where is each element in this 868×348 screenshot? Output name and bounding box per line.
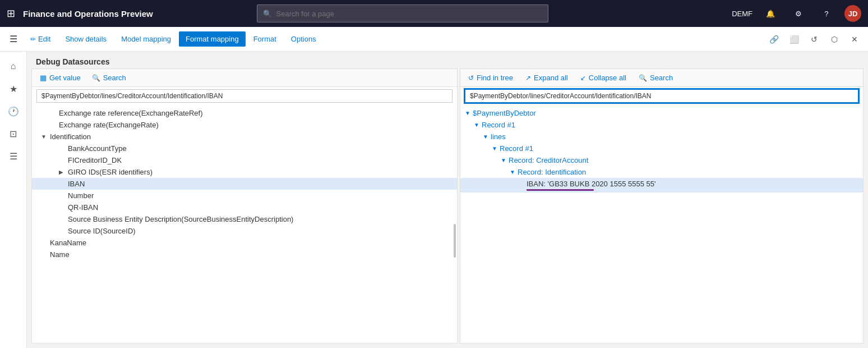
- main-layout: ⌂ ★ 🕐 ⊡ ☰ Debug Datasources ▦ Get value …: [0, 52, 868, 348]
- right-path-display: $PaymentByDebtor/lines/CreditorAccount/I…: [465, 89, 858, 103]
- tree-item-ficreditorid[interactable]: FICreditorID_DK: [32, 154, 457, 166]
- arrow-down-icon: ▼: [510, 169, 518, 175]
- search-icon: 🔍: [263, 10, 272, 18]
- global-search-bar[interactable]: 🔍: [257, 4, 548, 22]
- rtree-item-iban-value[interactable]: IBAN: 'GB33 BUKB 2020 1555 5555 55': [460, 178, 863, 193]
- grid-icon[interactable]: ⊞: [7, 7, 15, 20]
- tree-item-name[interactable]: Name: [32, 249, 457, 260]
- refresh-icon[interactable]: ↺: [805, 30, 823, 48]
- tree-item-source-business[interactable]: Source Business Entity Description(Sourc…: [32, 213, 457, 225]
- panels-container: ▦ Get value 🔍 Search $PaymentByDebtor/li…: [27, 68, 868, 348]
- tree-item-source-id[interactable]: Source ID(SourceID): [32, 225, 457, 237]
- avatar-initials: JD: [848, 10, 858, 18]
- close-icon[interactable]: ✕: [846, 30, 864, 48]
- rtree-item-lines[interactable]: ▼ lines: [460, 131, 863, 143]
- notification-icon[interactable]: 🔔: [760, 3, 781, 24]
- collapse-all-button[interactable]: ↙ Collapse all: [578, 72, 629, 83]
- right-panel-toolbar: ↺ Find in tree ↗ Expand all ↙ Collapse a…: [460, 69, 863, 87]
- avatar[interactable]: JD: [844, 5, 861, 22]
- tree-item-bankaccounttype[interactable]: BankAccountType: [32, 143, 457, 154]
- left-tree-panel[interactable]: Exchange rate reference(ExchangeRateRef)…: [32, 105, 457, 343]
- rtree-item-record1-level1[interactable]: ▼ Record #1: [460, 119, 863, 131]
- find-in-tree-button[interactable]: ↺ Find in tree: [466, 72, 515, 83]
- rtree-item-creditoraccount[interactable]: ▼ Record: CreditorAccount: [460, 154, 863, 166]
- iban-underline: [527, 189, 594, 191]
- edit-icon: ✏: [30, 35, 36, 43]
- format-mapping-button[interactable]: Format mapping: [179, 31, 246, 47]
- help-icon[interactable]: ?: [816, 3, 837, 24]
- get-value-icon: ▦: [40, 74, 47, 82]
- left-sidebar: ⌂ ★ 🕐 ⊡ ☰: [0, 52, 27, 348]
- left-search-icon: 🔍: [92, 74, 100, 82]
- share-icon[interactable]: 🔗: [765, 30, 783, 48]
- arrow-down-icon: ▼: [483, 134, 491, 140]
- settings-icon[interactable]: ⚙: [788, 3, 809, 24]
- arrow-down-icon: ▼: [41, 134, 50, 140]
- right-panel: ↺ Find in tree ↗ Expand all ↙ Collapse a…: [460, 68, 864, 344]
- rtree-item-record1-level2[interactable]: ▼ Record #1: [460, 143, 863, 154]
- action-bar: ☰ ✏ Edit Show details Model mapping Form…: [0, 27, 868, 52]
- left-path-display: $PaymentByDebtor/lines/CreditorAccount/I…: [36, 89, 453, 103]
- arrow-down-icon: ▼: [501, 157, 509, 163]
- top-right-actions: DEMF 🔔 ⚙ ? JD: [732, 3, 861, 24]
- model-mapping-button[interactable]: Model mapping: [114, 31, 178, 47]
- scroll-handle: [454, 224, 456, 258]
- tree-item-giro-ids[interactable]: ▶ GIRO IDs(ESR identifiers): [32, 166, 457, 178]
- right-search-icon: 🔍: [639, 74, 647, 82]
- right-search-button[interactable]: 🔍 Search: [636, 72, 675, 83]
- modules-icon[interactable]: ☰: [3, 146, 24, 166]
- tree-item-exchange-rate-ref[interactable]: Exchange rate reference(ExchangeRateRef): [32, 107, 457, 119]
- search-input[interactable]: [276, 10, 542, 18]
- arrow-down-icon: ▼: [465, 110, 473, 116]
- top-navigation-bar: ⊞ Finance and Operations Preview 🔍 DEMF …: [0, 0, 868, 27]
- arrow-down-icon: ▼: [492, 145, 500, 152]
- action-bar-right: 🔗 ⬜ ↺ ⬡ ✕: [765, 30, 864, 48]
- new-window-icon[interactable]: ⬡: [825, 30, 843, 48]
- workspace-icon[interactable]: ⊡: [3, 123, 24, 144]
- recent-icon[interactable]: 🕐: [3, 101, 24, 121]
- get-value-button[interactable]: ▦ Get value: [38, 72, 83, 83]
- user-label: DEMF: [732, 10, 752, 18]
- favorites-icon[interactable]: ★: [3, 79, 24, 99]
- format-button[interactable]: Format: [247, 31, 283, 47]
- expand-all-button[interactable]: ↗ Expand all: [523, 72, 570, 83]
- left-panel-toolbar: ▦ Get value 🔍 Search: [32, 69, 457, 87]
- tree-item-kananame[interactable]: KanaName: [32, 237, 457, 249]
- edit-button[interactable]: ✏ Edit: [24, 31, 57, 47]
- tree-item-qr-iban[interactable]: QR-IBAN: [32, 202, 457, 213]
- left-search-button[interactable]: 🔍 Search: [90, 72, 128, 83]
- rtree-item-paymentbydebtor[interactable]: ▼ $PaymentByDebtor: [460, 107, 863, 119]
- tree-item-number[interactable]: Number: [32, 190, 457, 202]
- debug-datasources-header: Debug Datasources: [27, 52, 868, 68]
- tree-item-identification[interactable]: ▼ Identification: [32, 131, 457, 143]
- find-tree-icon: ↺: [468, 74, 474, 82]
- arrow-down-icon: ▼: [474, 122, 482, 128]
- expand-icon: ↗: [525, 74, 531, 82]
- arrow-right-icon: ▶: [59, 169, 68, 175]
- rtree-item-identification[interactable]: ▼ Record: Identification: [460, 166, 863, 178]
- view-icon[interactable]: ⬜: [785, 30, 803, 48]
- tree-item-iban[interactable]: IBAN: [32, 178, 457, 190]
- tree-item-exchange-rate[interactable]: Exchange rate(ExchangeRate): [32, 119, 457, 131]
- hamburger-button[interactable]: ☰: [4, 30, 22, 48]
- home-icon[interactable]: ⌂: [3, 56, 24, 76]
- right-tree-panel[interactable]: ▼ $PaymentByDebtor ▼ Record #1 ▼ lines: [460, 105, 863, 343]
- content-area: Debug Datasources ▦ Get value 🔍 Search $…: [27, 52, 868, 348]
- collapse-icon: ↙: [580, 74, 586, 82]
- app-title: Finance and Operations Preview: [23, 9, 153, 19]
- show-details-button[interactable]: Show details: [58, 31, 113, 47]
- left-panel: ▦ Get value 🔍 Search $PaymentByDebtor/li…: [31, 68, 458, 344]
- options-button[interactable]: Options: [284, 31, 323, 47]
